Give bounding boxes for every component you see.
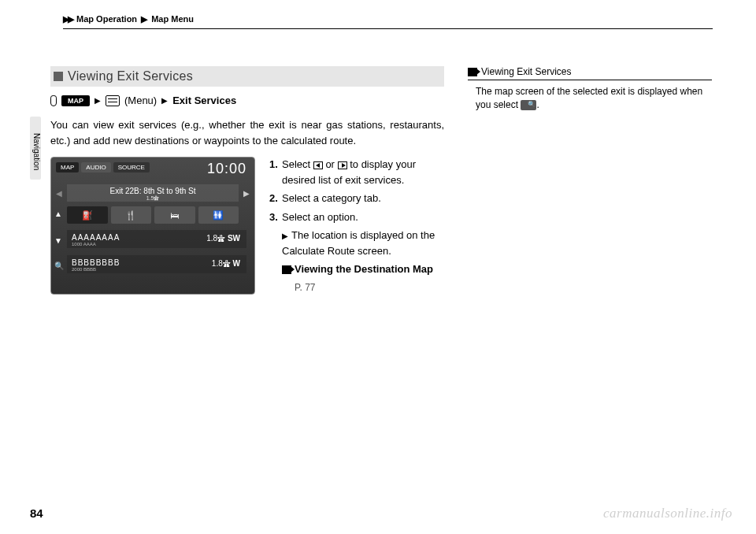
left-key-icon <box>313 161 323 169</box>
device-tab-map: MAP <box>56 162 79 172</box>
xref-icon <box>282 265 291 274</box>
device-exit-distance: 1.5 <box>146 195 154 201</box>
breadcrumb: ▶▶ Map Operation ▶ Map Menu <box>63 14 713 29</box>
page-number: 84 <box>30 506 43 520</box>
map-zoom-icon <box>521 100 536 110</box>
step-3: 3.Select an option. <box>269 210 444 225</box>
steps-list: 1. Select or to display your desired lis… <box>269 157 444 298</box>
step-3-sub: ▶The location is displayed on the Calcul… <box>269 228 444 258</box>
device-cat-food: 🍴 <box>111 206 152 224</box>
step-2: 2.Select a category tab. <box>269 191 444 206</box>
device-list-row: BBBBBBBB 2000 BBBB 1.8🛣 W <box>67 255 246 273</box>
map-button-icon: MAP <box>61 95 90 106</box>
voice-icon <box>50 95 57 106</box>
device-cat-fuel: ⛽ <box>67 206 108 224</box>
note-title: Viewing Exit Services <box>481 66 572 77</box>
right-key-icon <box>338 161 347 169</box>
device-next-icon: ▶ <box>243 189 250 198</box>
cross-reference: Viewing the Destination Map <box>269 261 444 277</box>
chevron-right-icon: ▶ <box>141 14 147 24</box>
device-tab-source: SOURCE <box>113 162 150 172</box>
device-prev-icon: ◀ <box>56 189 62 198</box>
menu-label: (Menu) <box>124 95 157 106</box>
breadcrumb-seg2: Map Menu <box>151 14 194 24</box>
breadcrumb-seg1: Map Operation <box>76 14 137 24</box>
device-screenshot: MAP AUDIO SOURCE 10:00 ◀ ▶ Exit 22B: 8th… <box>50 157 255 295</box>
square-bullet-icon <box>54 72 63 81</box>
intro-text: You can view exit services (e.g., whethe… <box>50 117 444 149</box>
menu-path: MAP ▶ (Menu) ▶ Exit Services <box>50 95 444 106</box>
device-cat-rest: 🚻 <box>198 206 239 224</box>
note-heading: Viewing Exit Services <box>468 66 712 80</box>
menu-icon <box>106 95 120 106</box>
chevron-right-icon: ▶▶ <box>63 14 72 24</box>
watermark: carmanualsonline.info <box>603 506 732 521</box>
device-exit-header: Exit 22B: 8th St to 9th St 1.5🛣 <box>67 184 239 202</box>
device-scroll-down-icon: ▼ <box>54 236 65 245</box>
device-tab-audio: AUDIO <box>81 162 110 172</box>
section-heading: Viewing Exit Services <box>50 66 444 87</box>
device-list-row: AAAAAAAA 1000 AAAA 1.8🛣 SW <box>67 230 246 248</box>
device-search-icon: 🔍 <box>54 261 65 270</box>
cross-reference-page: P. 77 <box>269 280 444 295</box>
section-title: Viewing Exit Services <box>68 69 193 83</box>
chevron-right-icon: ▶ <box>94 96 101 105</box>
device-exit-line: Exit 22B: 8th St to 9th St <box>67 187 239 195</box>
chevron-right-icon: ▶ <box>161 96 168 105</box>
menu-target: Exit Services <box>172 95 236 106</box>
device-cat-lodging: 🛏 <box>154 206 195 224</box>
side-tab-navigation: Navigation <box>30 117 41 180</box>
step-1: 1. Select or to display your desired lis… <box>269 157 444 187</box>
note-body: The map screen of the selected exit is d… <box>468 85 712 112</box>
device-scroll-up-icon: ▲ <box>54 210 65 218</box>
chevron-right-icon: ▶ <box>282 232 288 240</box>
note-icon <box>468 68 477 76</box>
device-clock: 10:00 <box>207 161 246 177</box>
